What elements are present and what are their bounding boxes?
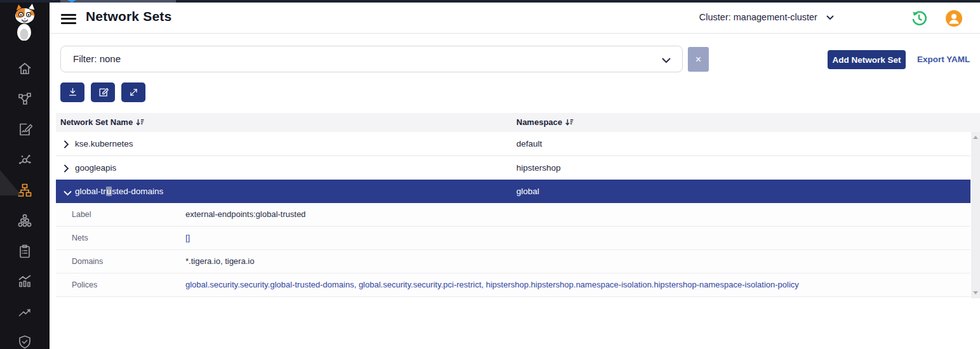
scrollbar-down-arrow[interactable] bbox=[973, 291, 978, 294]
add-network-set-button[interactable]: Add Network Set bbox=[828, 50, 906, 69]
cluster-selector-label: Cluster: management-cluster bbox=[699, 12, 817, 22]
sort-icon[interactable] bbox=[565, 118, 574, 128]
chevron-right-icon[interactable] bbox=[64, 140, 69, 151]
detail-value: external-endpoints:global-trusted bbox=[185, 209, 305, 219]
detail-row-domains: Domains *.tigera.io, tigera.io bbox=[56, 250, 970, 273]
detail-key: Domains bbox=[72, 257, 103, 266]
browser-tab-segment bbox=[60, 0, 176, 3]
column-header-namespace[interactable]: Namespace bbox=[516, 117, 574, 128]
browser-tab-icon bbox=[67, 0, 76, 3]
download-button[interactable] bbox=[60, 82, 84, 102]
bar-chart-icon[interactable] bbox=[17, 273, 32, 289]
network-sets-page: Network Sets Cluster: management-cluster… bbox=[0, 0, 980, 349]
detail-row-label: Label external-endpoints:global-trusted bbox=[56, 203, 970, 227]
expand-button[interactable] bbox=[121, 82, 145, 102]
network-set-name: googleapis bbox=[75, 163, 116, 173]
calico-cat-logo bbox=[5, 3, 44, 41]
detail-value[interactable]: [] bbox=[185, 233, 190, 242]
table-row[interactable]: kse.kubernetes default bbox=[56, 132, 970, 156]
edit-icon bbox=[98, 87, 109, 98]
detail-key: Label bbox=[72, 210, 91, 219]
table-header: Network Set Name Namespace bbox=[56, 113, 980, 132]
expand-icon bbox=[128, 87, 139, 98]
page-title: Network Sets bbox=[86, 9, 171, 24]
network-set-name: global-trusted-domains bbox=[75, 187, 163, 196]
hamburger-menu-icon[interactable] bbox=[61, 11, 76, 24]
cluster-selector[interactable]: Cluster: management-cluster bbox=[699, 12, 834, 22]
browser-chrome-strip bbox=[0, 0, 980, 3]
namespace-value: global bbox=[516, 187, 539, 196]
table-row[interactable]: googleapis hipstershop bbox=[56, 156, 970, 180]
clear-filter-button[interactable]: × bbox=[688, 47, 709, 72]
policy-edit-icon[interactable] bbox=[17, 122, 32, 137]
detail-key: Nets bbox=[72, 234, 88, 242]
user-avatar-icon[interactable] bbox=[945, 10, 963, 27]
edit-button[interactable] bbox=[91, 82, 115, 102]
table-scrollbar[interactable] bbox=[971, 132, 980, 298]
detail-row-nets: Nets [] bbox=[56, 227, 970, 250]
table-row-selected[interactable]: global-trusted-domains global bbox=[56, 180, 970, 203]
detail-key: Polices bbox=[72, 280, 97, 289]
clipboard-icon[interactable] bbox=[17, 244, 32, 259]
shield-check-icon[interactable] bbox=[17, 334, 32, 349]
chevron-down-icon[interactable] bbox=[64, 187, 72, 199]
download-icon bbox=[67, 87, 78, 98]
trend-up-icon[interactable] bbox=[17, 304, 32, 319]
column-header-name[interactable]: Network Set Name bbox=[60, 117, 144, 128]
detail-value[interactable]: global.security.security.global-trusted-… bbox=[185, 280, 799, 289]
home-icon[interactable] bbox=[17, 61, 32, 76]
sidebar-fold-artifact bbox=[0, 170, 22, 195]
namespace-value: default bbox=[516, 139, 542, 148]
filter-select[interactable]: Filter: none bbox=[60, 46, 683, 72]
chevron-right-icon[interactable] bbox=[64, 164, 69, 175]
export-yaml-link[interactable]: Export YAML bbox=[917, 55, 970, 64]
scrollbar-up-arrow[interactable] bbox=[973, 136, 978, 139]
detail-row-policies: Polices global.security.security.global-… bbox=[56, 273, 970, 297]
circles-cluster-icon[interactable] bbox=[17, 213, 32, 228]
sidebar bbox=[0, 0, 50, 349]
namespace-value: hipstershop bbox=[516, 163, 561, 173]
filter-select-value: Filter: none bbox=[73, 53, 121, 64]
chevron-down-icon bbox=[826, 12, 834, 22]
service-graph-icon[interactable] bbox=[17, 91, 32, 107]
flow-graph-icon[interactable] bbox=[17, 152, 32, 168]
sort-icon[interactable] bbox=[136, 118, 144, 128]
top-header: Network Sets Cluster: management-cluster bbox=[50, 3, 980, 34]
text-cursor-highlight: u bbox=[106, 187, 112, 196]
chevron-down-icon bbox=[662, 55, 671, 66]
detail-value: *.tigera.io, tigera.io bbox=[185, 256, 254, 266]
network-set-name: kse.kubernetes bbox=[75, 139, 133, 148]
history-icon[interactable] bbox=[910, 10, 928, 27]
